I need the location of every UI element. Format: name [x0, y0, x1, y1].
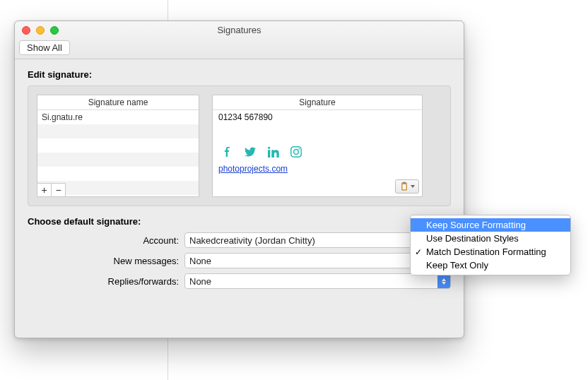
signature-name-header: Signature name [37, 95, 199, 110]
list-item [37, 124, 199, 138]
add-remove-toolbar: + − [37, 183, 66, 196]
show-all-button[interactable]: Show All [19, 40, 70, 55]
svg-rect-2 [403, 184, 406, 189]
choose-default-label: Choose default signature: [28, 216, 451, 227]
replies-value: None [189, 276, 211, 287]
linkedin-icon[interactable] [268, 146, 279, 160]
signature-list-panel: Signature name Si.gnatu.re + − [37, 95, 199, 197]
menu-item-keep-text-only[interactable]: Keep Text Only [411, 259, 570, 272]
twitter-icon[interactable] [244, 146, 257, 160]
svg-rect-1 [403, 182, 406, 184]
account-label: Account: [28, 235, 184, 246]
menu-item-use-destination[interactable]: Use Destination Styles [411, 232, 570, 245]
list-item [37, 167, 199, 181]
replies-select[interactable]: None [184, 273, 451, 289]
chevron-down-icon [411, 185, 415, 188]
add-button[interactable]: + [37, 184, 52, 196]
new-messages-label: New messages: [28, 256, 184, 266]
menu-item-match-destination[interactable]: ✓ Match Destination Formatting [411, 245, 570, 259]
paste-options-menu: Keep Source Formatting Use Destination S… [410, 215, 571, 275]
titlebar: Signatures Show All [15, 21, 464, 59]
instagram-icon[interactable] [290, 146, 302, 160]
signatures-window: Signatures Show All Edit signature: Sign… [14, 20, 464, 338]
minimize-icon[interactable] [36, 26, 45, 35]
list-item[interactable]: Si.gnatu.re [37, 110, 199, 124]
account-row: Account: Nakedcreativity (Jordan Chitty) [28, 232, 451, 248]
window-title: Signatures [15, 21, 464, 35]
new-messages-row: New messages: None [28, 253, 451, 268]
signature-phone: 01234 567890 [218, 112, 416, 122]
signature-body[interactable]: 01234 567890 [213, 110, 422, 196]
replies-label: Replies/forwards: [28, 276, 184, 287]
check-icon: ✓ [415, 247, 422, 257]
social-icons [218, 146, 416, 160]
clipboard-icon [399, 182, 409, 191]
signature-header: Signature [213, 95, 422, 110]
close-icon[interactable] [22, 26, 30, 35]
list-item [37, 153, 199, 167]
paste-options-button[interactable] [395, 179, 419, 194]
replies-row: Replies/forwards: None [28, 273, 451, 289]
account-value: Nakedcreativity (Jordan Chitty) [189, 235, 315, 246]
updown-icon [437, 274, 450, 288]
edit-signature-box: Signature name Si.gnatu.re + − Signature [28, 85, 451, 206]
signature-link[interactable]: photoprojects.com [218, 164, 416, 174]
remove-button[interactable]: − [52, 184, 66, 196]
traffic-lights [22, 26, 59, 35]
content-area: Edit signature: Signature name Si.gnatu.… [15, 59, 464, 307]
new-messages-value: None [189, 256, 211, 266]
maximize-icon[interactable] [50, 26, 59, 35]
signature-preview-panel: Signature 01234 567890 [212, 95, 423, 197]
menu-item-keep-source[interactable]: Keep Source Formatting [411, 218, 570, 232]
list-item [37, 138, 199, 153]
edit-signature-label: Edit signature: [28, 69, 451, 80]
facebook-icon[interactable] [223, 146, 233, 160]
